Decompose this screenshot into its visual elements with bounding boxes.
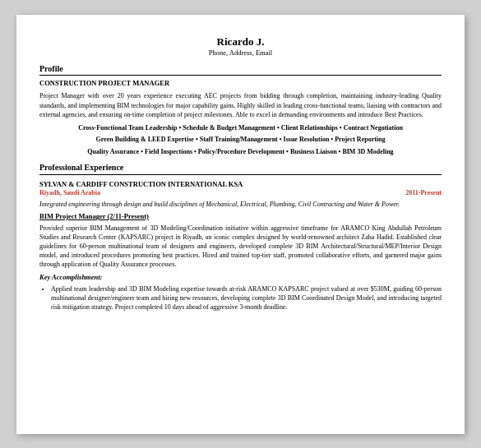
skills-row-2: Green Building & LEED Expertise • Staff …	[39, 135, 442, 145]
company-dates: 2011-Present	[405, 189, 442, 198]
company-name: SYLVAN & CARDIFF CONSTRUCTION INTERNATIO…	[39, 180, 442, 189]
company-entry: SYLVAN & CARDIFF CONSTRUCTION INTERNATIO…	[39, 180, 442, 312]
company-location: Riyadh, Saudi Arabia	[39, 189, 100, 198]
role-body: Provided superior BIM Management of 3D M…	[39, 224, 442, 270]
profile-section-title: Profile	[39, 63, 442, 76]
candidate-name: Ricardo J.	[39, 35, 442, 49]
role-title: BIM Project Manager (2/11-Present)	[39, 212, 442, 221]
accomplishment-list: Applied team leadership and 3D BIM Model…	[51, 284, 442, 312]
resume-container: Ricardo J. Phone, Address, Email Profile…	[16, 15, 465, 434]
skills-row-3: Quality Assurance • Field Inspections • …	[39, 147, 442, 157]
company-description: Integrated engineering through design an…	[39, 200, 442, 209]
location-date-row: Riyadh, Saudi Arabia 2011-Present	[39, 189, 442, 198]
contact-info: Phone, Address, Email	[39, 48, 442, 58]
profile-body-text: Project Manager with over 20 years exper…	[39, 91, 442, 119]
role-entry: BIM Project Manager (2/11-Present) Provi…	[39, 212, 442, 312]
experience-section-title: Professional Experience	[39, 162, 442, 175]
resume-header: Ricardo J. Phone, Address, Email	[39, 35, 442, 58]
accomplishment-item: Applied team leadership and 3D BIM Model…	[51, 284, 442, 312]
skills-row-1: Cross-Functional Team Leadership • Sched…	[39, 123, 442, 133]
profile-subtitle: CONSTRUCTION PROJECT MANAGER	[39, 79, 442, 88]
key-accomplishment-title: Key Accomplishment:	[39, 273, 442, 282]
